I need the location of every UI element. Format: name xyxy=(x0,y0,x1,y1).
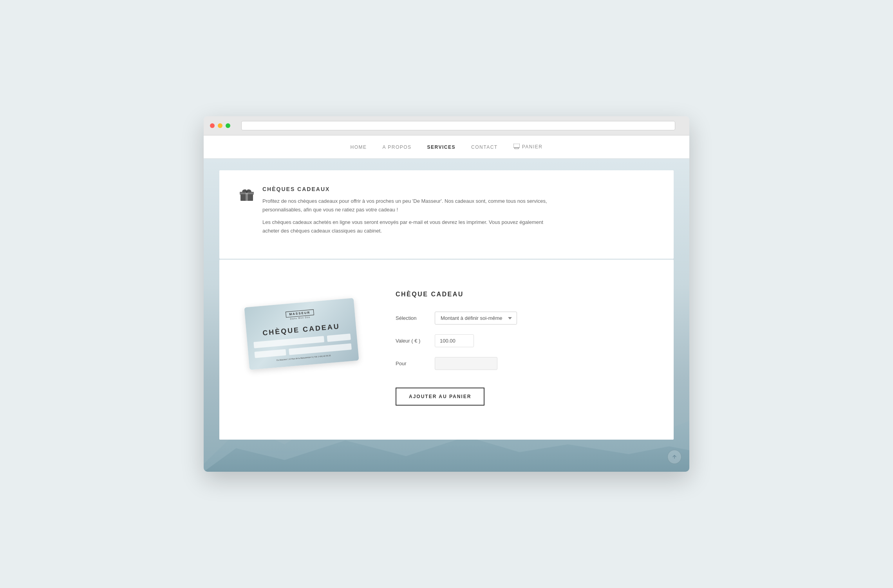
pour-label: Pour xyxy=(396,361,427,366)
section-title: CHÈQUES CADEAUX xyxy=(262,186,560,192)
section-paragraph1: Profitez de nos chèques cadeaux pour off… xyxy=(262,197,560,214)
gift-icon xyxy=(239,187,255,206)
nav-link-apropos[interactable]: A PROPOS xyxy=(383,144,412,150)
valeur-label: Valeur ( € ) xyxy=(396,338,427,344)
cheque-brand: MASSEUR Dans Mon Dos xyxy=(251,305,349,324)
selection-dropdown[interactable]: Montant à définir soi-même 50€ 100€ 150€… xyxy=(435,312,517,325)
form-row-selection: Sélection Montant à définir soi-même 50€… xyxy=(396,312,654,325)
browser-chrome xyxy=(204,116,689,135)
form-row-valeur: Valeur ( € ) xyxy=(396,334,654,347)
svg-point-8 xyxy=(246,191,248,193)
valeur-input[interactable] xyxy=(435,334,474,347)
svg-rect-1 xyxy=(515,148,519,149)
cheque-field-valeur xyxy=(327,334,351,342)
page-background: CHÈQUES CADEAUX Profitez de nos chèques … xyxy=(204,159,689,472)
pour-input[interactable] xyxy=(435,357,497,370)
site-header: HOME A PROPOS SERVICES CONTACT xyxy=(204,135,689,159)
product-form-area: CHÈQUE CADEAU Sélection Montant à défini… xyxy=(396,279,654,406)
svg-rect-0 xyxy=(513,144,520,148)
cheque-card: MASSEUR Dans Mon Dos CHÈQUE CADEAU Du xyxy=(244,298,359,370)
section-header: CHÈQUES CADEAUX Profitez de nos chèques … xyxy=(239,186,654,235)
address-bar[interactable] xyxy=(241,121,675,130)
arrow-up-icon xyxy=(672,454,677,460)
nav-link-home[interactable]: HOME xyxy=(351,144,367,150)
nav-item-services[interactable]: SERVICES xyxy=(427,143,456,150)
browser-window: HOME A PROPOS SERVICES CONTACT xyxy=(204,116,689,472)
selection-label: Sélection xyxy=(396,315,427,321)
cart-label: PANIER xyxy=(522,144,543,150)
browser-dot-green[interactable] xyxy=(226,123,230,128)
nav-item-home[interactable]: HOME xyxy=(351,143,367,150)
info-section-card: CHÈQUES CADEAUX Profitez de nos chèques … xyxy=(219,170,674,259)
section-header-text: CHÈQUES CADEAUX Profitez de nos chèques … xyxy=(262,186,560,235)
nav-link-contact[interactable]: CONTACT xyxy=(471,144,498,150)
product-section-card: MASSEUR Dans Mon Dos CHÈQUE CADEAU Du xyxy=(219,260,674,440)
nav-link-cart[interactable]: PANIER xyxy=(513,144,543,150)
nav-item-cart[interactable]: PANIER xyxy=(513,144,543,150)
nav-link-services[interactable]: SERVICES xyxy=(427,144,456,150)
browser-dot-yellow[interactable] xyxy=(218,123,222,128)
browser-dot-red[interactable] xyxy=(210,123,215,128)
nav-item-contact[interactable]: CONTACT xyxy=(471,143,498,150)
cheque-field-pour xyxy=(255,349,286,358)
form-row-pour: Pour xyxy=(396,357,654,370)
product-title: CHÈQUE CADEAU xyxy=(396,291,654,298)
nav-item-apropos[interactable]: A PROPOS xyxy=(383,143,412,150)
product-image-area: MASSEUR Dans Mon Dos CHÈQUE CADEAU Du xyxy=(239,279,364,404)
scroll-to-top-button[interactable] xyxy=(667,450,682,464)
add-to-cart-button[interactable]: AJOUTER AU PANIER xyxy=(396,388,484,406)
section-paragraph2: Les chèques cadeaux achetés en ligne vou… xyxy=(262,218,560,235)
main-nav: HOME A PROPOS SERVICES CONTACT xyxy=(351,143,543,150)
cart-icon xyxy=(513,144,520,150)
